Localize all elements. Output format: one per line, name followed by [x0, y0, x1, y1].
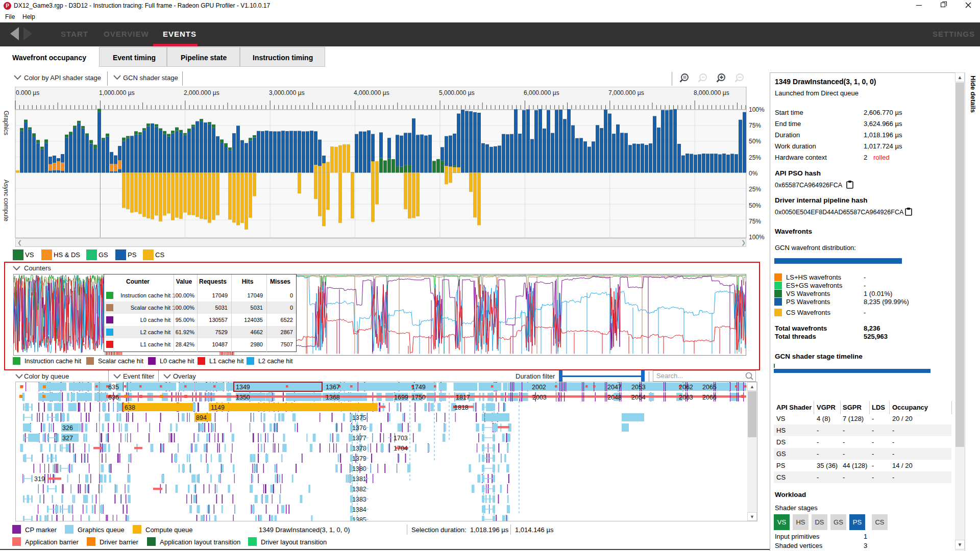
svg-text:638: 638 — [125, 404, 135, 411]
svg-text:1750: 1750 — [411, 394, 426, 401]
svg-text:1376: 1376 — [352, 424, 366, 432]
svg-text:1,000.000 µs: 1,000.000 µs — [99, 89, 135, 96]
svg-text:1817: 1817 — [456, 394, 470, 401]
svg-text:1375: 1375 — [352, 414, 366, 421]
svg-text:1378: 1378 — [352, 445, 366, 452]
svg-text:0.000 µs: 0.000 µs — [16, 89, 39, 96]
svg-text:894: 894 — [196, 414, 207, 421]
svg-text:1749: 1749 — [411, 384, 426, 391]
svg-text:8,000.000 µs: 8,000.000 µs — [694, 89, 729, 96]
svg-text:1384: 1384 — [352, 506, 366, 513]
svg-text:1818: 1818 — [454, 404, 469, 411]
svg-text:1381: 1381 — [352, 475, 366, 483]
svg-text:635: 635 — [108, 384, 119, 391]
svg-text:326: 326 — [62, 424, 73, 432]
svg-text:1368: 1368 — [326, 394, 340, 401]
svg-text:636: 636 — [108, 394, 119, 401]
svg-text:5,000.000 µs: 5,000.000 µs — [439, 89, 475, 96]
svg-text:1703: 1703 — [394, 435, 408, 442]
svg-text:2003: 2003 — [532, 394, 547, 401]
svg-text:1380: 1380 — [352, 465, 366, 472]
svg-text:2053: 2053 — [631, 384, 646, 391]
svg-text:1367: 1367 — [326, 384, 340, 391]
svg-text:4,000.000 µs: 4,000.000 µs — [354, 89, 389, 96]
svg-text:2066: 2066 — [702, 394, 717, 401]
svg-text:2065: 2065 — [702, 384, 717, 391]
svg-text:1379: 1379 — [352, 455, 366, 462]
svg-text:2054: 2054 — [631, 394, 646, 401]
svg-text:2047: 2047 — [607, 384, 622, 391]
svg-text:1377: 1377 — [352, 435, 366, 442]
svg-text:1382: 1382 — [352, 486, 366, 493]
svg-text:2,000.000 µs: 2,000.000 µs — [184, 89, 219, 96]
svg-text:327: 327 — [62, 435, 73, 442]
svg-text:1383: 1383 — [352, 496, 366, 503]
svg-text:1349: 1349 — [236, 384, 250, 391]
svg-text:1699: 1699 — [394, 394, 408, 401]
svg-text:7,000.000 µs: 7,000.000 µs — [608, 89, 644, 96]
svg-text:1350: 1350 — [236, 394, 250, 401]
svg-text:2048: 2048 — [607, 394, 622, 401]
svg-text:2063: 2063 — [679, 394, 693, 401]
svg-text:1704: 1704 — [394, 445, 408, 452]
svg-text:1149: 1149 — [211, 404, 225, 411]
svg-text:319: 319 — [34, 475, 45, 483]
svg-text:6,000.000 µs: 6,000.000 µs — [524, 89, 559, 96]
svg-text:2062: 2062 — [679, 384, 693, 391]
svg-text:1385: 1385 — [352, 516, 366, 521]
svg-text:3,000.000 µs: 3,000.000 µs — [269, 89, 305, 96]
svg-text:2002: 2002 — [532, 384, 546, 391]
